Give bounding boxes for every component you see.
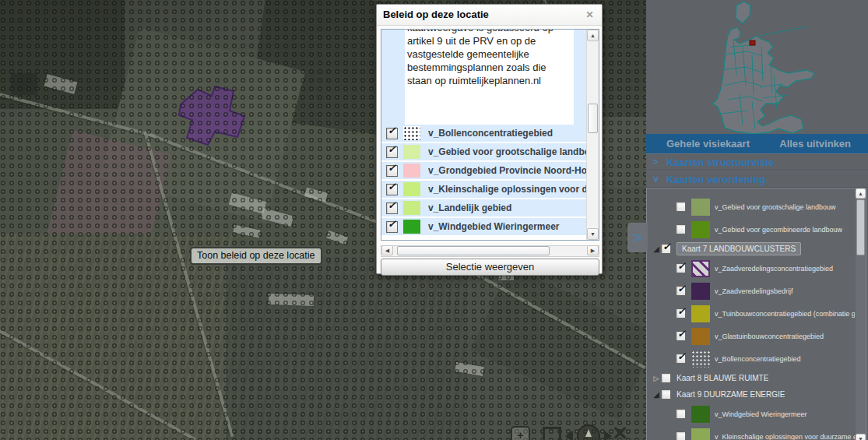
policy-layer-row: ✓ v_Gebied voor grootschalige landbouw [381, 143, 586, 160]
checkbox[interactable]: ✓ [676, 188, 677, 195]
policy-layer-row: ✓ v_Bollenconcentratiegebied [381, 125, 586, 142]
legend-group-label[interactable]: Kaart 8 BLAUWE RUIMTE [676, 374, 768, 382]
close-icon[interactable]: ✕ [584, 9, 596, 21]
checkbox[interactable]: ✓ [676, 354, 686, 364]
overview-minimap[interactable] [646, 0, 868, 134]
tree-expanded-icon[interactable]: ◢ [652, 390, 661, 399]
legend-scrollbar[interactable]: ▲ ▼ [856, 188, 866, 440]
pan-right-icon[interactable] [604, 431, 612, 440]
layer-label: v_Kleinschalige oplossingen voor duurzam… [428, 184, 586, 195]
layer-label: v_Grondgebied Provincie Noord-Holland [428, 165, 586, 176]
policy-layer-row: ✓ v_Kleinschalige oplossingen voor duurz… [381, 181, 586, 198]
compass-control[interactable] [565, 424, 612, 440]
close-tool-icon[interactable]: ✕ [612, 422, 628, 440]
checkbox[interactable]: ✓ [676, 409, 686, 419]
scroll-left-icon[interactable]: ◀ [381, 245, 393, 255]
checkbox[interactable]: ✓ [676, 331, 686, 341]
checkbox[interactable]: ✓ [661, 389, 671, 400]
checkbox[interactable]: ✓ [386, 128, 398, 139]
legend-swatch [691, 221, 710, 238]
check-icon: ✓ [677, 351, 686, 361]
dialog-vertical-scrollbar[interactable]: ▲ ▼ [586, 30, 599, 240]
legend-swatch [691, 428, 710, 440]
policy-layer-row: ✓ v_Windgebied Wieringermeer [381, 218, 586, 235]
sidebar-collapse-tab[interactable]: > [627, 223, 648, 252]
legend-label: v_Gebied voor gecombineerde landbouw [715, 226, 842, 234]
layer-swatch [403, 201, 420, 215]
legend-group-label[interactable]: Kaart 7 LANDBOUWCLUSTERS [676, 242, 801, 255]
dialog-titlebar[interactable]: Beleid op deze locatie ✕ [377, 5, 602, 26]
checkbox[interactable]: ✓ [386, 184, 398, 195]
legend-panel: ✓ ✓ v_Gebied voor grootschalige landbouw… [646, 188, 866, 440]
check-icon: ✓ [388, 125, 396, 136]
checkbox[interactable]: ✓ [676, 202, 686, 212]
tree-expanded-icon[interactable]: ◢ [652, 245, 661, 253]
scroll-down-icon[interactable]: ▼ [856, 434, 866, 440]
scrollbar-thumb[interactable] [397, 246, 550, 255]
uncheck-all-button[interactable]: Alles uitvinken [779, 138, 851, 150]
scrollbar-thumb[interactable] [588, 104, 598, 133]
scroll-up-icon[interactable]: ▲ [587, 30, 599, 41]
legend-swatch [691, 328, 710, 345]
policy-dialog: Beleid op deze locatie ✕ kaartweergave i… [376, 4, 603, 274]
compass-needle-icon [585, 429, 592, 437]
legend-label: v_Bollenconcentratiegebied [715, 355, 801, 363]
dialog-title: Beleid op deze locatie [377, 5, 602, 25]
scroll-down-icon[interactable]: ▼ [587, 228, 599, 240]
checkbox[interactable]: ✓ [676, 286, 686, 296]
legend-group-kaart8: ▷ ✓ Kaart 8 BLAUWE RUIMTE [647, 370, 856, 386]
check-icon: ✓ [388, 219, 396, 229]
check-icon: ✓ [388, 163, 396, 173]
layer-swatch [403, 220, 420, 234]
legend-item: ✓ v_Bollenconcentratiegebied [647, 347, 856, 370]
legend-label: v_Glastuinbouwconcentratiegebied [715, 333, 824, 340]
minimap-province-shape [712, 27, 814, 134]
layer-label: v_Windgebied Wieringermeer [428, 221, 586, 232]
legend-item: ✓ v_Gebied voor gecombineerde landbouw [647, 218, 856, 241]
check-icon: ✓ [677, 283, 686, 294]
checkbox[interactable]: ✓ [676, 224, 686, 234]
legend-label: v_Zaadveredelingsconcentratiegebied [715, 265, 833, 273]
zoom-in-button[interactable]: + [511, 426, 530, 440]
scrollbar-thumb[interactable] [856, 199, 865, 255]
checkbox[interactable]: ✓ [386, 146, 398, 158]
section-label: Kaarten verordening [666, 174, 765, 185]
check-icon: ✓ [677, 261, 686, 271]
legend-swatch [691, 350, 710, 368]
section-kaarten-verordening[interactable]: ∨ Kaarten verordening [646, 171, 868, 188]
pan-tool-icon[interactable] [543, 427, 561, 440]
legend-group-kaart9: ◢ ✓ Kaart 9 DUURZAME ENERGIE [647, 386, 856, 403]
tree-collapsed-icon[interactable]: ▷ [652, 375, 661, 382]
chevron-right-icon: > [652, 157, 663, 167]
policy-description: kaartweergave is gebasseerd op artikel 9… [405, 30, 574, 87]
checkbox[interactable]: ✓ [676, 263, 686, 273]
legend-swatch [691, 260, 710, 277]
pan-left-icon[interactable] [565, 431, 573, 440]
legend-swatch [691, 199, 710, 216]
legend-item: ✓ v_Glastuinbouwconcentratiegebied [647, 325, 856, 347]
legend-swatch [691, 305, 710, 322]
show-selection-button[interactable]: Selectie weergeven [381, 259, 599, 276]
scroll-right-icon[interactable]: ▶ [587, 245, 599, 255]
legend-group-kaart7: ◢ ✓ Kaart 7 LANDBOUWCLUSTERS [647, 241, 856, 257]
dialog-content: kaartweergave is gebasseerd op artikel 9… [381, 30, 586, 240]
checkbox[interactable]: ✓ [386, 165, 398, 177]
checkbox[interactable]: ✓ [386, 202, 398, 214]
checkbox[interactable]: ✓ [661, 244, 671, 254]
policy-layer-row: ✓ v_Grondgebied Provincie Noord-Holland [381, 162, 586, 179]
check-icon: ✓ [677, 306, 686, 316]
legend-label: v_Windgebied Wieringermeer [715, 410, 807, 418]
legend-group-label[interactable]: Kaart 9 DUURZAME ENERGIE [676, 390, 785, 399]
map-tooltip: Toon beleid op deze locatie [190, 247, 322, 265]
layer-swatch [403, 145, 420, 159]
dialog-horizontal-scrollbar[interactable]: ◀ ▶ [381, 245, 599, 257]
section-kaarten-structuurvisie[interactable]: > Kaarten structuurvisie [646, 153, 868, 171]
checkbox[interactable]: ✓ [661, 373, 671, 383]
show-full-vision-map-button[interactable]: Gehele visiekaart [666, 138, 750, 150]
scroll-up-icon[interactable]: ▲ [856, 188, 866, 199]
checkbox[interactable]: ✓ [676, 308, 686, 319]
legend-label: v_Tuinbouwconcentratiegebied (combinatie… [715, 310, 855, 318]
checkbox[interactable]: ✓ [386, 221, 398, 233]
legend-swatch [691, 283, 710, 300]
checkbox[interactable]: ✓ [676, 431, 686, 440]
